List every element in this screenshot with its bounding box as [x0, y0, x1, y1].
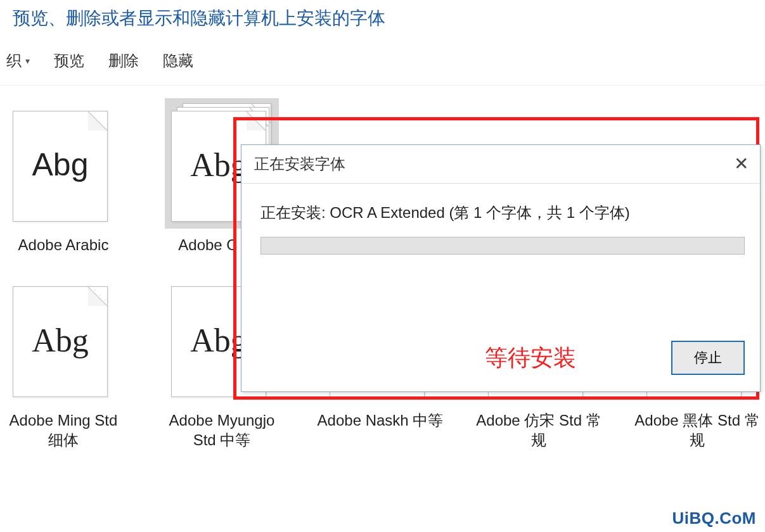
font-name-label: Adobe Myungjo Std 中等 — [158, 410, 285, 450]
font-item-adobe-ming[interactable]: Abg Adobe Ming Std 细体 — [0, 274, 127, 450]
chevron-down-icon: ▾ — [25, 56, 30, 66]
install-font-dialog: 正在安装字体 ✕ 正在安装: OCR A Extended (第 1 个字体，共… — [241, 144, 761, 392]
font-name-label: Adobe 仿宋 Std 常规 — [475, 410, 602, 450]
font-item-adobe-arabic[interactable]: Abg Adobe Arabic — [0, 98, 127, 255]
font-name-label: Adobe Ming Std 细体 — [0, 410, 127, 450]
font-name-label: Adobe Naskh 中等 — [318, 410, 444, 430]
font-thumb: Abg — [13, 279, 114, 399]
font-sample: Abg — [13, 322, 107, 359]
toolbar: 织 ▾ 预览 删除 隐藏 — [0, 37, 765, 86]
preview-button[interactable]: 预览 — [54, 51, 84, 71]
delete-button[interactable]: 删除 — [108, 51, 139, 71]
dialog-body: 正在安装: OCR A Extended (第 1 个字体，共 1 个字体) — [241, 184, 760, 271]
watermark: UiBQ.CoM — [672, 509, 756, 528]
dialog-titlebar: 正在安装字体 ✕ — [241, 145, 760, 184]
close-icon[interactable]: ✕ — [734, 155, 749, 173]
font-thumb: Abg — [13, 103, 114, 224]
dialog-title: 正在安装字体 — [254, 154, 345, 174]
dialog-message: 正在安装: OCR A Extended (第 1 个字体，共 1 个字体) — [260, 203, 745, 223]
hide-button[interactable]: 隐藏 — [163, 51, 193, 71]
annotation-text: 等待安装 — [485, 343, 576, 374]
font-name-label: Adobe Arabic — [18, 235, 109, 255]
font-name-label: Adobe 黑体 Std 常规 — [634, 410, 761, 450]
organize-label: 织 — [6, 51, 22, 71]
page-title: 预览、删除或者显示和隐藏计算机上安装的字体 — [0, 0, 765, 37]
progress-bar — [260, 237, 745, 255]
organize-dropdown[interactable]: 织 ▾ — [6, 51, 30, 71]
stop-button[interactable]: 停止 — [671, 341, 745, 375]
dialog-footer: 等待安装 停止 — [241, 341, 760, 391]
font-sample: Abg — [13, 146, 107, 183]
